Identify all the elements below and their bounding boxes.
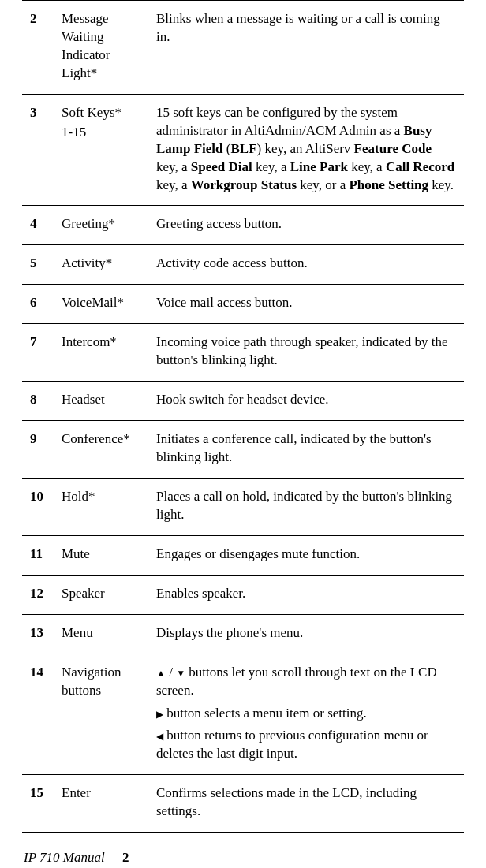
table-row: 10Hold*Places a call on hold, indicated … <box>22 478 464 535</box>
row-name: Greeting* <box>54 206 148 245</box>
row-number: 7 <box>22 324 54 382</box>
row-name: Navigation buttons <box>54 654 148 775</box>
row-description: Engages or disengages mute function. <box>148 535 464 575</box>
page-number: 2 <box>122 850 129 865</box>
row-description: Hook switch for headset device. <box>148 382 464 421</box>
row-description: Activity code access button. <box>148 245 464 285</box>
row-name: Headset <box>54 382 148 421</box>
row-number: 13 <box>22 614 54 654</box>
table-row: 9Conference*Initiates a conference call,… <box>22 421 464 479</box>
row-name: Activity* <box>54 245 148 285</box>
row-number: 6 <box>22 285 54 324</box>
page-footer: IP 710 Manual 2 <box>22 850 464 866</box>
row-number: 15 <box>22 775 54 833</box>
table-row: 11MuteEngages or disengages mute functio… <box>22 535 464 575</box>
row-description: Greeting access button. <box>148 206 464 245</box>
row-number: 12 <box>22 575 54 614</box>
row-description: Enables speaker. <box>148 575 464 614</box>
table-row: 5Activity*Activity code access button. <box>22 245 464 285</box>
table-row: 13MenuDisplays the phone's menu. <box>22 614 464 654</box>
table-row: 2Message Waiting Indicator Light*Blinks … <box>22 1 464 95</box>
row-name: Intercom* <box>54 324 148 382</box>
row-name: Message Waiting Indicator Light* <box>54 1 148 95</box>
row-name: Menu <box>54 614 148 654</box>
row-description: Incoming voice path through speaker, ind… <box>148 324 464 382</box>
table-row: 7Intercom*Incoming voice path through sp… <box>22 324 464 382</box>
row-name: Soft Keys*1-15 <box>54 94 148 206</box>
row-number: 10 <box>22 478 54 535</box>
row-description: Blinks when a message is waiting or a ca… <box>148 1 464 95</box>
row-number: 5 <box>22 245 54 285</box>
document-page: 2Message Waiting Indicator Light*Blinks … <box>0 0 486 868</box>
table-row: 3Soft Keys*1-1515 soft keys can be confi… <box>22 94 464 206</box>
row-description: Voice mail access button. <box>148 285 464 324</box>
row-number: 9 <box>22 421 54 479</box>
manual-title: IP 710 Manual <box>24 850 105 865</box>
row-name: VoiceMail* <box>54 285 148 324</box>
feature-table: 2Message Waiting Indicator Light*Blinks … <box>22 0 464 833</box>
row-name: Mute <box>54 535 148 575</box>
row-description: Places a call on hold, indicated by the … <box>148 478 464 535</box>
row-number: 3 <box>22 94 54 206</box>
table-row: 15EnterConfirms selections made in the L… <box>22 775 464 833</box>
row-description: Displays the phone's menu. <box>148 614 464 654</box>
row-description: Initiates a conference call, indicated b… <box>148 421 464 479</box>
row-subtext: 1-15 <box>62 124 140 142</box>
row-description: 15 soft keys can be configured by the sy… <box>148 94 464 206</box>
table-row: 6VoiceMail*Voice mail access button. <box>22 285 464 324</box>
row-number: 2 <box>22 1 54 95</box>
row-name: Speaker <box>54 575 148 614</box>
row-name: Hold* <box>54 478 148 535</box>
row-number: 14 <box>22 654 54 775</box>
row-name: Enter <box>54 775 148 833</box>
table-row: 12SpeakerEnables speaker. <box>22 575 464 614</box>
row-name: Conference* <box>54 421 148 479</box>
table-row: 14Navigation buttons▲ / ▼ buttons let yo… <box>22 654 464 775</box>
row-number: 11 <box>22 535 54 575</box>
table-row: 8HeadsetHook switch for headset device. <box>22 382 464 421</box>
row-description: Confirms selections made in the LCD, inc… <box>148 775 464 833</box>
row-description: ▲ / ▼ buttons let you scroll through tex… <box>148 654 464 775</box>
row-number: 4 <box>22 206 54 245</box>
row-number: 8 <box>22 382 54 421</box>
table-row: 4Greeting*Greeting access button. <box>22 206 464 245</box>
